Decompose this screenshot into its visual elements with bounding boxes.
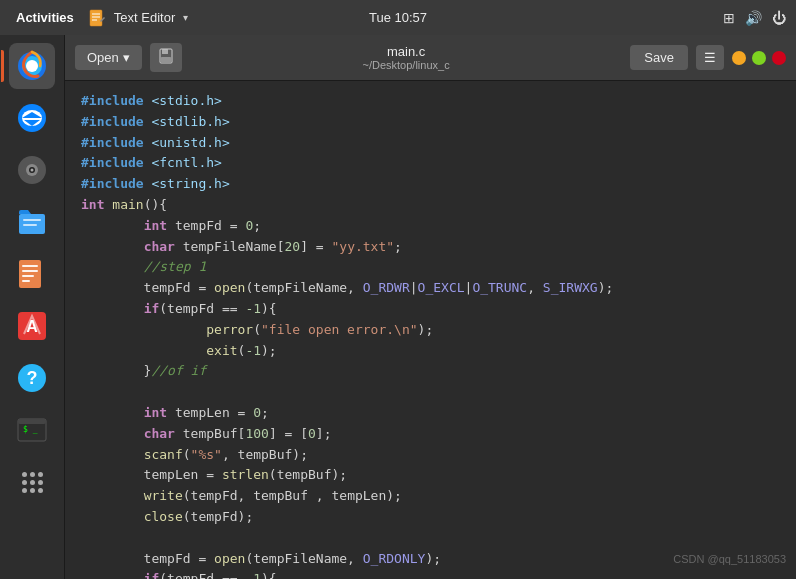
svg-rect-15	[23, 219, 41, 221]
sidebar-item-thunderbird[interactable]	[9, 95, 55, 141]
code-line-8: char tempFileName[20] = "yy.txt";	[81, 237, 786, 258]
code-line-11: if(tempFd == -1){	[81, 299, 786, 320]
system-bar-right: ⊞ 🔊 ⏻	[527, 10, 786, 26]
system-bar-left: Activities Text Editor ▾	[10, 8, 269, 27]
software-icon: A	[14, 308, 50, 344]
svg-rect-0	[90, 10, 102, 26]
sidebar-item-help[interactable]: ?	[9, 355, 55, 401]
maximize-button[interactable]	[752, 51, 766, 65]
svg-point-13	[31, 169, 34, 172]
svg-rect-19	[22, 270, 38, 272]
svg-text:$ _: $ _	[23, 425, 38, 434]
svg-rect-27	[18, 419, 46, 424]
window-controls	[732, 51, 786, 65]
code-line-9: //step 1	[81, 257, 786, 278]
editor-area: Open ▾ main.c ~/Desktop/linux_c Save ☰	[65, 35, 796, 579]
help-icon: ?	[14, 360, 50, 396]
svg-rect-17	[19, 260, 41, 288]
sidebar-item-text-editor[interactable]	[9, 251, 55, 297]
code-line-5: #include <string.h>	[81, 174, 786, 195]
save-as-button[interactable]	[150, 43, 182, 72]
code-line-14: }//of if	[81, 361, 786, 382]
sidebar-item-software[interactable]: A	[9, 303, 55, 349]
open-button[interactable]: Open ▾	[75, 45, 142, 70]
network-icon[interactable]: ⊞	[723, 10, 735, 26]
code-line-17: char tempBuf[100] = [0];	[81, 424, 786, 445]
terminal-icon: $ _	[14, 412, 50, 448]
code-line-10: tempFd = open(tempFileName, O_RDWR|O_EXC…	[81, 278, 786, 299]
code-line-2: #include <stdlib.h>	[81, 112, 786, 133]
code-line-6: int main(){	[81, 195, 786, 216]
code-line-18: scanf("%s", tempBuf);	[81, 445, 786, 466]
svg-rect-18	[22, 265, 38, 267]
code-line-13: exit(-1);	[81, 341, 786, 362]
watermark: CSDN @qq_51183053	[673, 551, 786, 569]
code-line-20: write(tempFd, tempBuf , tempLen);	[81, 486, 786, 507]
minimize-button[interactable]	[732, 51, 746, 65]
code-line-15	[81, 382, 786, 403]
firefox-icon	[14, 48, 50, 84]
volume-icon[interactable]: 🔊	[745, 10, 762, 26]
text-editor-sidebar-icon	[14, 256, 50, 292]
save-as-icon	[158, 48, 174, 64]
text-editor-app-icon	[88, 9, 106, 27]
code-line-12: perror("file open error.\n");	[81, 320, 786, 341]
thunderbird-icon	[14, 100, 50, 136]
svg-point-7	[26, 60, 38, 72]
sidebar-item-terminal[interactable]: $ _	[9, 407, 55, 453]
active-indicator	[1, 50, 4, 82]
sidebar: A ? $ _	[0, 35, 65, 579]
code-line-3: #include <unistd.h>	[81, 133, 786, 154]
files-icon	[14, 204, 50, 240]
main-layout: A ? $ _	[0, 35, 796, 579]
system-bar-clock: Tue 10:57	[269, 10, 528, 25]
close-button[interactable]	[772, 51, 786, 65]
menu-button[interactable]: ☰	[696, 45, 724, 70]
sidebar-item-rhythmbox[interactable]	[9, 147, 55, 193]
svg-rect-30	[162, 49, 168, 54]
clock-display: Tue 10:57	[369, 10, 427, 25]
app-menu-arrow[interactable]: ▾	[183, 12, 188, 23]
sidebar-item-files[interactable]	[9, 199, 55, 245]
svg-rect-16	[23, 224, 37, 226]
editor-toolbar: Open ▾ main.c ~/Desktop/linux_c Save ☰	[65, 35, 796, 81]
code-editor[interactable]: #include <stdio.h> #include <stdlib.h> #…	[65, 81, 796, 579]
code-line-22	[81, 528, 786, 549]
code-line-21: close(tempFd);	[81, 507, 786, 528]
svg-rect-31	[161, 57, 171, 62]
rhythmbox-icon	[14, 152, 50, 188]
open-arrow: ▾	[123, 50, 130, 65]
power-icon[interactable]: ⏻	[772, 10, 786, 26]
code-line-16: int tempLen = 0;	[81, 403, 786, 424]
svg-text:?: ?	[27, 368, 38, 388]
code-line-1: #include <stdio.h>	[81, 91, 786, 112]
code-line-7: int tempFd = 0;	[81, 216, 786, 237]
code-line-19: tempLen = strlen(tempBuf);	[81, 465, 786, 486]
svg-rect-21	[22, 280, 30, 282]
tab-label: main.c ~/Desktop/linux_c	[363, 44, 450, 71]
open-label: Open	[87, 50, 119, 65]
activities-button[interactable]: Activities	[10, 8, 80, 27]
sidebar-item-firefox[interactable]	[9, 43, 55, 89]
code-line-4: #include <fcntl.h>	[81, 153, 786, 174]
tab-area: main.c ~/Desktop/linux_c	[190, 44, 623, 71]
tab-filename: main.c	[363, 44, 450, 59]
svg-rect-20	[22, 275, 34, 277]
tab-filepath: ~/Desktop/linux_c	[363, 59, 450, 71]
code-line-24: if(tempFd == -1){	[81, 569, 786, 579]
system-bar: Activities Text Editor ▾ Tue 10:57 ⊞ 🔊 ⏻	[0, 0, 796, 35]
app-name-label[interactable]: Text Editor	[114, 10, 175, 25]
apps-grid-icon	[14, 472, 50, 492]
sidebar-item-apps[interactable]	[9, 459, 55, 505]
save-button[interactable]: Save	[630, 45, 688, 70]
